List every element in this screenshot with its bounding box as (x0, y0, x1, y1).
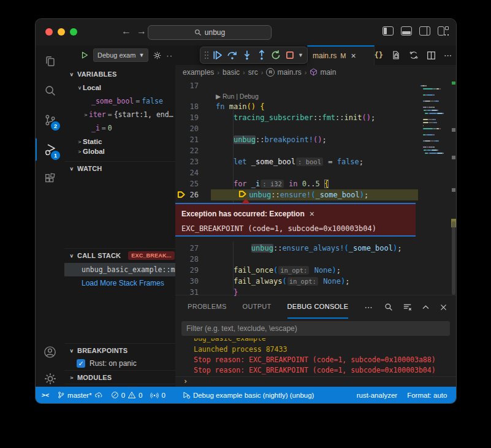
step-over-icon[interactable] (226, 50, 238, 61)
toggle-sidebar-icon[interactable] (383, 26, 394, 36)
debug-status[interactable]: Debug example basic (nightly) (unbug) (182, 391, 314, 399)
step-out-icon[interactable] (256, 50, 268, 61)
code-line-26[interactable]: 26 unbug::ensure!(_some_bool); (175, 189, 456, 200)
branch-status[interactable]: master* (57, 391, 103, 399)
toggle-secondary-sidebar-icon[interactable] (419, 26, 430, 36)
gutter-current-frame-icon[interactable] (177, 190, 186, 199)
checkbox-checked-icon[interactable]: ✓ (77, 359, 85, 368)
panel-tab-output[interactable]: OUTPUT (243, 295, 272, 319)
source-control-icon[interactable]: 2 (36, 107, 64, 134)
more-actions-icon[interactable]: ⋯ (444, 51, 452, 60)
line-number[interactable]: 18 (175, 101, 199, 112)
code-line-29[interactable]: 29 fail_once(in_opt: None); (175, 265, 456, 276)
line-number[interactable]: 23 (175, 156, 199, 167)
toolbar-grip-icon[interactable] (204, 50, 209, 60)
code-line-28[interactable]: 28 (175, 254, 456, 265)
breadcrumb-main[interactable]: main (310, 68, 336, 77)
sidebar-more-icon[interactable]: ·· (166, 51, 173, 60)
breadcrumb-examples[interactable]: examples (183, 68, 214, 77)
console-filter-input[interactable] (181, 321, 450, 336)
line-number[interactable]: 17 (175, 80, 199, 91)
chevron-down-icon[interactable]: ▼ (298, 52, 303, 58)
run-debug-icon[interactable]: 1 (36, 136, 64, 163)
line-number[interactable]: 25 (175, 178, 199, 189)
rust-analyzer-status[interactable]: rust-analyzer (357, 392, 397, 399)
start-debug-icon[interactable] (80, 51, 89, 59)
code-line-23[interactable]: 23 let _some_bool: bool = false; (175, 156, 456, 167)
variable-row-_some_bool[interactable]: _some_bool=false (64, 94, 175, 108)
forward-arrow-icon[interactable]: → (135, 26, 148, 37)
clear-console-icon[interactable] (403, 303, 412, 311)
stack-frame-row[interactable]: unbug_basic_example::ma (64, 263, 175, 276)
call-stack-section-header[interactable]: ∨ CALL STACK EXC_BREAK... (64, 248, 175, 262)
panel-search-icon[interactable] (384, 303, 393, 311)
code-line-19[interactable]: 19 tracing_subscriber::fmt::init(); (175, 112, 456, 123)
line-number[interactable]: 21 (175, 134, 199, 145)
command-center-search[interactable]: unbug (148, 25, 272, 40)
panel-tab-problems[interactable]: PROBLEMS (188, 295, 227, 319)
breadcrumb-main-rs[interactable]: Rmain.rs (266, 68, 301, 77)
close-exception-icon[interactable]: × (310, 208, 314, 219)
scope-row-static[interactable]: >Static (64, 135, 175, 148)
search-sidebar-icon[interactable] (36, 77, 64, 104)
sync-changes-icon[interactable] (409, 50, 419, 60)
line-number[interactable]: 27 (175, 243, 199, 254)
code-line-24[interactable]: 24 (175, 167, 456, 178)
line-number[interactable]: 19 (175, 112, 199, 123)
variables-section-header[interactable]: ∨ VARIABLES (64, 67, 175, 81)
variable-row-iter[interactable]: >iter={start:1, end… (64, 108, 175, 121)
line-number[interactable]: 30 (175, 276, 199, 287)
file-lock-icon[interactable] (391, 50, 401, 60)
watch-section-header[interactable]: ∨ WATCH (64, 161, 175, 175)
code-line-30[interactable]: 30 fail_always(in_opt: None); (175, 276, 456, 287)
format-status[interactable]: Format: auto (407, 392, 447, 399)
console-prompt[interactable]: › (175, 376, 456, 387)
scope-row-global[interactable]: >Global (64, 148, 175, 154)
scrollbar-thumb[interactable] (452, 221, 455, 295)
toggle-panel-icon[interactable] (401, 26, 412, 36)
account-icon[interactable] (36, 338, 64, 365)
customize-layout-icon[interactable] (438, 26, 449, 36)
line-number[interactable]: 20 (175, 123, 199, 134)
back-arrow-icon[interactable]: ← (120, 26, 132, 37)
restart-icon[interactable] (270, 50, 282, 61)
step-into-icon[interactable] (241, 50, 253, 61)
code-editor[interactable]: 17▶ Run | Debug18fn main() {19 tracing_s… (175, 79, 456, 296)
braces-icon[interactable]: {} (375, 51, 383, 59)
code-line-25[interactable]: 25 for _i: i32 in 0..5 { (175, 178, 456, 189)
debug-settings-gear-icon[interactable] (153, 51, 162, 60)
code-line-20[interactable]: 20 (175, 123, 456, 134)
code-line-17[interactable]: 17 (175, 80, 456, 91)
problems-status[interactable]: 0 0 (111, 391, 143, 399)
minimize-traffic-light[interactable] (58, 28, 65, 36)
code-line-22[interactable]: 22 (175, 145, 456, 156)
breakpoints-section-header[interactable]: ∨ BREAKPOINTS (64, 343, 175, 357)
extensions-icon[interactable] (36, 165, 64, 192)
tab-main-rs[interactable]: main.rs M × (307, 45, 375, 65)
line-number[interactable]: 24 (175, 167, 199, 178)
load-more-stack-frames[interactable]: Load More Stack Frames (64, 276, 175, 290)
line-number[interactable]: 28 (175, 254, 199, 265)
maximize-traffic-light[interactable] (70, 28, 77, 36)
scope-row-local[interactable]: ∨Local (64, 81, 175, 94)
close-tab-icon[interactable]: × (351, 51, 356, 61)
variable-row-_i[interactable]: _i=0 (64, 121, 175, 135)
collapse-panel-icon[interactable] (422, 303, 430, 311)
code-line-21[interactable]: 21 unbug::breakpoint!(); (175, 134, 456, 145)
breadcrumb-src[interactable]: src (248, 68, 258, 77)
minimap[interactable] (419, 80, 451, 172)
panel-tab-debug-console[interactable]: DEBUG CONSOLE (287, 295, 349, 319)
close-panel-icon[interactable] (440, 303, 447, 311)
ports-status[interactable]: 0 (150, 391, 165, 399)
continue-icon[interactable] (211, 50, 224, 61)
panel-more-tabs-icon[interactable]: ⋯ (364, 303, 373, 312)
breakpoint-row[interactable]: ✓ Rust: on panic (64, 357, 175, 370)
code-line-27[interactable]: 27 unbug::ensure_always!(_some_bool); (175, 243, 456, 254)
breadcrumb-basic[interactable]: basic (223, 68, 240, 77)
line-number[interactable]: 29 (175, 265, 199, 276)
close-traffic-light[interactable] (45, 28, 53, 36)
stop-icon[interactable] (284, 50, 295, 61)
debug-config-select[interactable]: Debug exam ▼ (93, 48, 148, 62)
overview-ruler[interactable] (451, 79, 456, 295)
split-editor-icon[interactable] (427, 51, 436, 60)
